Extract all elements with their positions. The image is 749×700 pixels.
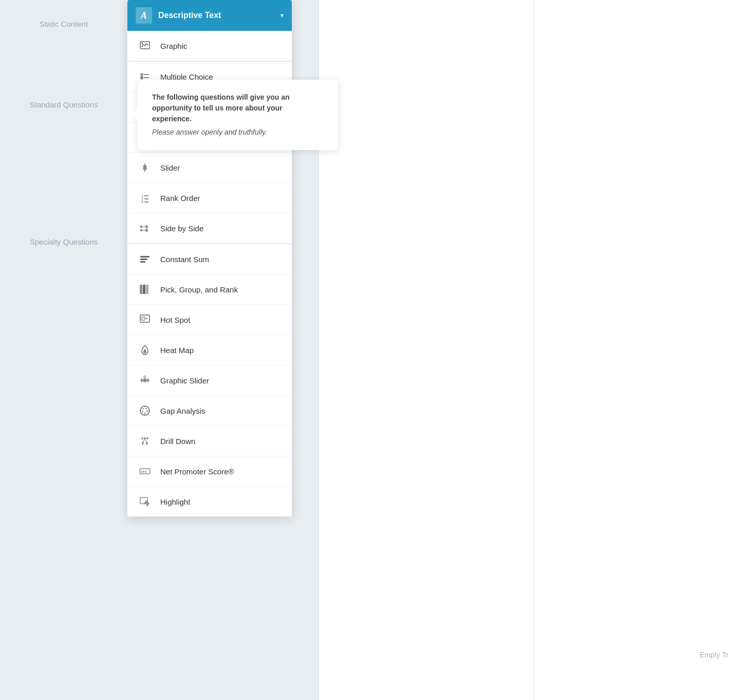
svg-point-21 <box>144 167 146 169</box>
side-by-side-label: Side by Side <box>160 224 203 233</box>
dropdown-item-hot-spot[interactable]: Hot Spot <box>127 305 292 335</box>
svg-rect-33 <box>146 229 147 231</box>
nps-label: Net Promoter Score® <box>160 467 234 476</box>
right-panel-1 <box>319 0 534 700</box>
tooltip-italic-text: Please answer openly and truthfully. <box>152 127 324 138</box>
svg-rect-34 <box>140 256 149 257</box>
tooltip-text-line1: The following questions will give you an… <box>152 92 324 124</box>
dropdown-chevron-icon: ▾ <box>280 12 284 19</box>
svg-point-31 <box>141 230 142 231</box>
dropdown-item-graphic-slider[interactable]: Graphic Slider <box>127 365 292 396</box>
graphic-icon <box>137 38 153 54</box>
heat-map-label: Heat Map <box>160 346 194 355</box>
svg-point-1 <box>142 43 143 44</box>
rank-order-label: Rank Order <box>160 194 200 202</box>
highlight-label: Highlight <box>160 498 190 506</box>
hot-spot-label: Hot Spot <box>160 316 190 324</box>
dropdown-menu: A Descriptive Text ▾ Graphic <box>127 0 292 517</box>
drill-down-icon <box>137 433 153 449</box>
side-by-side-icon <box>137 220 153 236</box>
svg-point-63 <box>146 442 148 444</box>
constant-sum-label: Constant Sum <box>160 255 209 264</box>
dropdown-item-drill-down[interactable]: Drill Down <box>127 426 292 456</box>
slider-icon <box>137 159 153 176</box>
gap-analysis-label: Gap Analysis <box>160 407 205 415</box>
graphic-slider-icon <box>137 372 153 389</box>
dropdown-item-heat-map[interactable]: Heat Map <box>127 335 292 365</box>
svg-text:NPS: NPS <box>141 470 147 473</box>
constant-sum-icon <box>137 251 153 267</box>
static-content-label: Static Content <box>0 9 127 39</box>
svg-line-60 <box>143 439 145 442</box>
gap-analysis-icon <box>137 402 153 419</box>
svg-point-28 <box>141 226 142 228</box>
svg-line-61 <box>145 439 147 442</box>
slider-label: Slider <box>160 163 180 172</box>
svg-rect-35 <box>140 259 147 260</box>
svg-rect-38 <box>143 285 145 294</box>
specialty-questions-label: Specialty Questions <box>0 227 127 256</box>
heat-map-icon <box>137 342 153 358</box>
right-panels <box>319 0 749 700</box>
highlight-icon <box>137 493 153 510</box>
pick-group-rank-label: Pick, Group, and Rank <box>160 285 238 294</box>
dropdown-item-graphic[interactable]: Graphic <box>127 31 292 61</box>
svg-line-69 <box>146 505 147 506</box>
dropdown-header[interactable]: A Descriptive Text ▾ <box>127 0 292 31</box>
svg-rect-39 <box>146 285 148 294</box>
svg-rect-30 <box>146 226 147 228</box>
svg-point-58 <box>146 437 148 439</box>
rank-order-icon: 1 2 3 <box>137 190 153 206</box>
dropdown-item-nps[interactable]: NPS Net Promoter Score® <box>127 456 292 487</box>
svg-text:3: 3 <box>141 200 143 204</box>
svg-rect-36 <box>140 261 145 263</box>
svg-point-62 <box>142 442 144 444</box>
graphic-slider-label: Graphic Slider <box>160 376 209 385</box>
standard-questions-label: Standard Questions <box>0 90 127 119</box>
descriptive-text-icon: A <box>136 7 152 24</box>
svg-point-4 <box>141 77 143 79</box>
svg-point-57 <box>141 437 143 439</box>
empty-trunk-label: Empty Tr <box>700 651 728 659</box>
right-panel-2 <box>534 0 749 700</box>
hot-spot-icon <box>137 311 153 328</box>
sidebar: Static Content Standard Questions Specia… <box>0 0 127 700</box>
svg-point-59 <box>144 437 146 439</box>
dropdown-item-slider[interactable]: Slider <box>127 153 292 183</box>
dropdown-item-rank-order[interactable]: 1 2 3 Rank Order <box>127 183 292 213</box>
drill-down-label: Drill Down <box>160 437 195 446</box>
nps-icon: NPS <box>137 463 153 480</box>
dropdown-item-highlight[interactable]: Highlight <box>127 487 292 517</box>
dropdown-item-gap-analysis[interactable]: Gap Analysis <box>127 396 292 426</box>
svg-point-2 <box>141 73 143 76</box>
pick-group-rank-icon: 1 2 3 <box>137 281 153 298</box>
dropdown-header-title: Descriptive Text <box>158 11 280 20</box>
svg-point-47 <box>143 379 146 382</box>
dropdown-item-pick-group-rank[interactable]: 1 2 3 Pick, Group, and Rank <box>127 274 292 305</box>
svg-point-52 <box>142 408 147 413</box>
tooltip-arrow <box>132 109 138 120</box>
graphic-label: Graphic <box>160 42 188 50</box>
main-background: Static Content Standard Questions Specia… <box>0 0 749 700</box>
tooltip-popup: The following questions will give you an… <box>138 80 338 150</box>
dropdown-item-constant-sum[interactable]: Constant Sum <box>127 244 292 274</box>
svg-point-51 <box>140 406 149 415</box>
dropdown-item-side-by-side[interactable]: Side by Side <box>127 213 292 244</box>
svg-rect-44 <box>142 317 145 320</box>
